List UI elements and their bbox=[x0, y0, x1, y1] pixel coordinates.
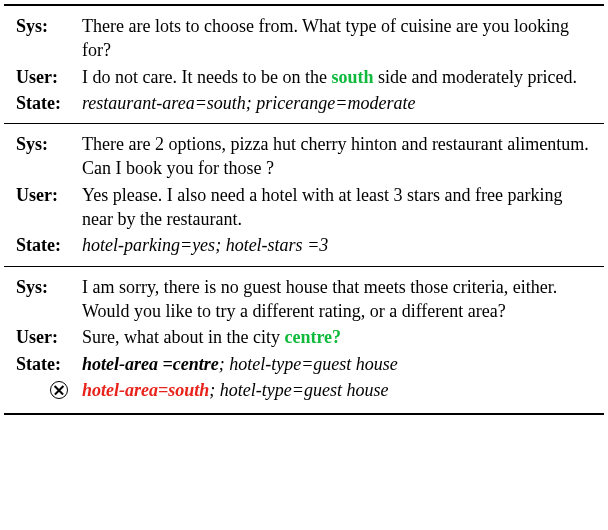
sys-row: Sys: There are 2 options, pizza hut cher… bbox=[4, 132, 604, 181]
state-sep: ; bbox=[215, 235, 226, 255]
user-text: Yes please. I also need a hotel with at … bbox=[82, 183, 604, 232]
error-state-pair: hotel-type=guest house bbox=[220, 380, 389, 400]
state-sep: ; bbox=[219, 354, 230, 374]
dialogue-turn: Sys: There are lots to choose from. What… bbox=[4, 6, 604, 123]
sys-row: Sys: There are lots to choose from. What… bbox=[4, 14, 604, 63]
user-label: User: bbox=[4, 183, 82, 207]
user-text: I do not care. It needs to be on the sou… bbox=[82, 65, 604, 89]
state-pair: hotel-type=guest house bbox=[229, 354, 398, 374]
state-label: State: bbox=[4, 91, 82, 115]
user-text-pre: I do not care. It needs to be on the bbox=[82, 67, 331, 87]
state-row: State: hotel-area =centre; hotel-type=gu… bbox=[4, 352, 604, 376]
highlight-word: centre? bbox=[284, 327, 341, 347]
error-sep: ; bbox=[209, 380, 220, 400]
state-sep: ; bbox=[246, 93, 257, 113]
sys-row: Sys: I am sorry, there is no guest house… bbox=[4, 275, 604, 324]
state-row: State: restaurant-area=south; pricerange… bbox=[4, 91, 604, 115]
dialogue-turn: Sys: I am sorry, there is no guest house… bbox=[4, 266, 604, 413]
user-text-pre: Yes please. I also need a hotel with at … bbox=[82, 185, 563, 229]
state-pair: pricerange=moderate bbox=[256, 93, 415, 113]
sys-label: Sys: bbox=[4, 275, 82, 299]
error-icon-cell bbox=[4, 378, 82, 405]
state-pair: restaurant-area=south bbox=[82, 93, 246, 113]
highlight-word: south bbox=[331, 67, 373, 87]
state-text: hotel-area =centre; hotel-type=guest hou… bbox=[82, 352, 604, 376]
sys-text: I am sorry, there is no guest house that… bbox=[82, 275, 604, 324]
user-label: User: bbox=[4, 65, 82, 89]
state-pair: hotel-area =centre bbox=[82, 354, 219, 374]
error-text: hotel-area=south; hotel-type=guest house bbox=[82, 378, 604, 402]
user-row: User: I do not care. It needs to be on t… bbox=[4, 65, 604, 89]
user-label: User: bbox=[4, 325, 82, 349]
state-label: State: bbox=[4, 352, 82, 376]
sys-label: Sys: bbox=[4, 14, 82, 38]
dialogue-table: Sys: There are lots to choose from. What… bbox=[4, 4, 604, 415]
state-pair: hotel-stars =3 bbox=[226, 235, 329, 255]
user-text: Sure, what about in the city centre? bbox=[82, 325, 604, 349]
user-text-pre: Sure, what about in the city bbox=[82, 327, 284, 347]
sys-label: Sys: bbox=[4, 132, 82, 156]
state-pair: hotel-parking=yes bbox=[82, 235, 215, 255]
user-row: User: Sure, what about in the city centr… bbox=[4, 325, 604, 349]
sys-text: There are lots to choose from. What type… bbox=[82, 14, 604, 63]
state-label: State: bbox=[4, 233, 82, 257]
state-text: hotel-parking=yes; hotel-stars =3 bbox=[82, 233, 604, 257]
user-row: User: Yes please. I also need a hotel wi… bbox=[4, 183, 604, 232]
sys-text: There are 2 options, pizza hut cherry hi… bbox=[82, 132, 604, 181]
user-text-post: side and moderately priced. bbox=[373, 67, 576, 87]
error-state-pair: hotel-area=south bbox=[82, 380, 209, 400]
circle-x-icon bbox=[50, 381, 68, 399]
error-row: hotel-area=south; hotel-type=guest house bbox=[4, 378, 604, 405]
state-row: State: hotel-parking=yes; hotel-stars =3 bbox=[4, 233, 604, 257]
dialogue-turn: Sys: There are 2 options, pizza hut cher… bbox=[4, 123, 604, 265]
state-text: restaurant-area=south; pricerange=modera… bbox=[82, 91, 604, 115]
